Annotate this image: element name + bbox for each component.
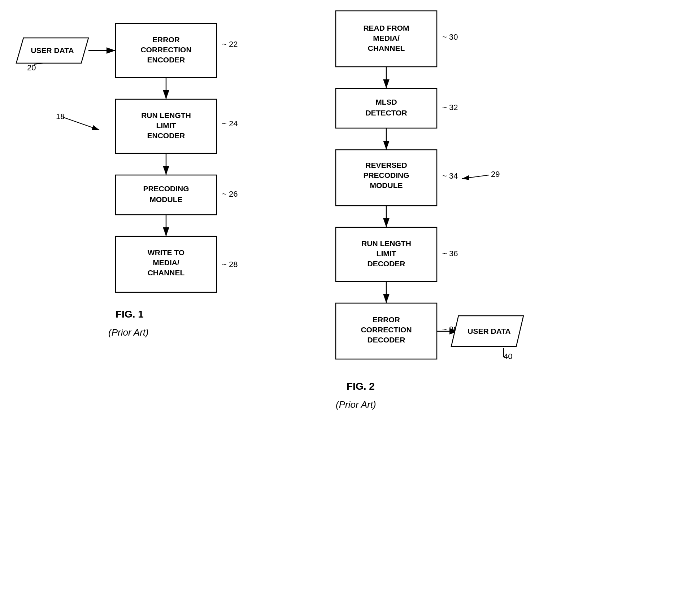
svg-text:MODULE: MODULE bbox=[150, 195, 183, 204]
svg-rect-55 bbox=[336, 303, 437, 359]
svg-text:RUN LENGTH: RUN LENGTH bbox=[361, 239, 411, 248]
svg-text:USER DATA: USER DATA bbox=[31, 46, 74, 54]
svg-rect-10 bbox=[116, 99, 217, 153]
svg-text:~ 30: ~ 30 bbox=[442, 32, 458, 41]
svg-text:CHANNEL: CHANNEL bbox=[148, 268, 185, 277]
svg-text:MLSD: MLSD bbox=[375, 98, 397, 106]
svg-marker-61 bbox=[451, 316, 523, 346]
svg-text:~ 36: ~ 36 bbox=[442, 249, 458, 258]
svg-rect-18 bbox=[116, 175, 217, 215]
svg-text:~ 32: ~ 32 bbox=[442, 103, 458, 112]
svg-rect-30 bbox=[336, 11, 437, 67]
svg-text:USER DATA: USER DATA bbox=[468, 327, 510, 335]
diagram-svg: USER DATA ERROR CORRECTION ENCODER ~ 22 … bbox=[0, 0, 687, 616]
svg-text:PRECODING: PRECODING bbox=[143, 184, 189, 193]
svg-rect-23 bbox=[116, 236, 217, 292]
svg-text:ERROR: ERROR bbox=[373, 315, 400, 324]
svg-text:~ 22: ~ 22 bbox=[222, 40, 238, 49]
svg-text:CHANNEL: CHANNEL bbox=[368, 44, 405, 52]
svg-text:FIG. 2: FIG. 2 bbox=[347, 381, 375, 392]
svg-text:PRECODING: PRECODING bbox=[363, 171, 409, 179]
svg-rect-4 bbox=[116, 23, 217, 78]
svg-line-16 bbox=[63, 117, 99, 130]
svg-text:LIMIT: LIMIT bbox=[156, 121, 176, 130]
svg-line-68 bbox=[34, 63, 43, 64]
svg-text:~ 28: ~ 28 bbox=[222, 260, 238, 269]
svg-text:(Prior Art): (Prior Art) bbox=[336, 399, 376, 410]
svg-text:(Prior Art): (Prior Art) bbox=[108, 327, 149, 338]
svg-text:MODULE: MODULE bbox=[370, 181, 403, 189]
svg-text:20: 20 bbox=[27, 63, 36, 72]
svg-text:CORRECTION: CORRECTION bbox=[140, 45, 191, 54]
svg-line-47 bbox=[462, 175, 489, 179]
svg-text:REVERSED: REVERSED bbox=[365, 161, 407, 169]
svg-text:MEDIA/: MEDIA/ bbox=[373, 34, 400, 42]
svg-text:~ 34: ~ 34 bbox=[442, 171, 458, 180]
svg-rect-49 bbox=[336, 227, 437, 281]
svg-marker-1 bbox=[16, 38, 88, 63]
svg-text:FIG. 1: FIG. 1 bbox=[116, 309, 144, 320]
svg-text:DETECTOR: DETECTOR bbox=[365, 109, 407, 117]
svg-rect-36 bbox=[336, 88, 437, 128]
svg-text:18: 18 bbox=[56, 112, 65, 121]
svg-rect-41 bbox=[336, 150, 437, 206]
svg-text:DECODER: DECODER bbox=[367, 259, 405, 268]
svg-text:CORRECTION: CORRECTION bbox=[361, 326, 412, 334]
svg-text:READ FROM: READ FROM bbox=[363, 24, 409, 32]
svg-text:RUN LENGTH: RUN LENGTH bbox=[141, 111, 191, 119]
diagram-container: USER DATA ERROR CORRECTION ENCODER ~ 22 … bbox=[0, 0, 687, 616]
svg-text:29: 29 bbox=[491, 170, 500, 179]
svg-text:MEDIA/: MEDIA/ bbox=[153, 258, 179, 267]
svg-text:ENCODER: ENCODER bbox=[147, 131, 185, 140]
svg-text:40: 40 bbox=[504, 352, 512, 361]
svg-text:~ 26: ~ 26 bbox=[222, 189, 238, 198]
svg-text:~ 38: ~ 38 bbox=[442, 325, 458, 334]
svg-text:LIMIT: LIMIT bbox=[377, 249, 396, 258]
svg-text:~ 24: ~ 24 bbox=[222, 119, 238, 128]
svg-text:ERROR: ERROR bbox=[152, 35, 180, 44]
svg-text:DECODER: DECODER bbox=[367, 336, 405, 344]
svg-text:ENCODER: ENCODER bbox=[147, 56, 185, 64]
svg-text:WRITE TO: WRITE TO bbox=[148, 248, 184, 257]
